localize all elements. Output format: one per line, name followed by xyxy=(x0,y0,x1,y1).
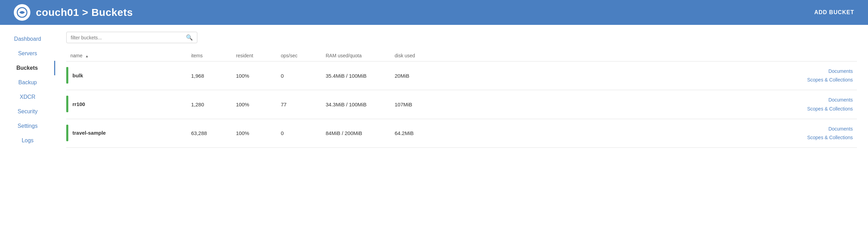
bucket-items: 1,280 xyxy=(187,90,232,119)
bucket-name-cell: travel-sample xyxy=(66,119,187,147)
sidebar-item-security[interactable]: Security xyxy=(0,104,55,119)
action-link[interactable]: Scopes & Collections xyxy=(450,76,853,84)
status-indicator xyxy=(66,67,68,84)
filter-bar: 🔍 xyxy=(66,32,857,43)
bucket-actions: DocumentsScopes & Collections xyxy=(446,90,857,119)
table-row: rr100 1,280 100% 77 34.3MiB / 100MiB 107… xyxy=(66,90,857,119)
action-link[interactable]: Documents xyxy=(450,67,853,76)
status-indicator xyxy=(66,96,68,112)
bucket-ram: 34.3MiB / 100MiB xyxy=(322,90,391,119)
bucket-resident: 100% xyxy=(232,119,277,147)
sidebar-item-logs[interactable]: Logs xyxy=(0,133,55,148)
sidebar-item-settings[interactable]: Settings xyxy=(0,119,55,133)
sidebar-item-xdcr[interactable]: XDCR xyxy=(0,90,55,104)
bucket-actions: DocumentsScopes & Collections xyxy=(446,119,857,147)
content-area: 🔍 name ▲ items resident ops/sec RAM used… xyxy=(55,25,868,230)
col-header-name[interactable]: name ▲ xyxy=(66,50,187,61)
search-icon[interactable]: 🔍 xyxy=(186,34,193,41)
sidebar: Dashboard Servers Buckets Backup XDCR Se… xyxy=(0,25,55,230)
bucket-disk: 64.2MiB xyxy=(391,119,446,147)
app-logo xyxy=(14,4,30,21)
bucket-ram: 84MiB / 200MiB xyxy=(322,119,391,147)
main-layout: Dashboard Servers Buckets Backup XDCR Se… xyxy=(0,25,868,230)
table-row: travel-sample 63,288 100% 0 84MiB / 200M… xyxy=(66,119,857,147)
page-title: couch01 > Buckets xyxy=(36,7,133,18)
bucket-ops: 0 xyxy=(277,61,322,90)
action-link[interactable]: Scopes & Collections xyxy=(450,105,853,113)
bucket-name: rr100 xyxy=(72,101,85,107)
bucket-disk: 20MiB xyxy=(391,61,446,90)
header: couch01 > Buckets ADD BUCKET xyxy=(0,0,868,25)
col-header-ram[interactable]: RAM used/quota xyxy=(322,50,391,61)
sidebar-item-backup[interactable]: Backup xyxy=(0,75,55,90)
sidebar-item-buckets[interactable]: Buckets xyxy=(0,61,55,75)
bucket-name-cell: rr100 xyxy=(66,90,187,118)
bucket-ram: 35.4MiB / 100MiB xyxy=(322,61,391,90)
action-link[interactable]: Scopes & Collections xyxy=(450,133,853,142)
bucket-name: travel-sample xyxy=(72,130,106,136)
sort-icon: ▲ xyxy=(85,54,89,58)
col-header-disk[interactable]: disk used xyxy=(391,50,446,61)
action-link[interactable]: Documents xyxy=(450,96,853,104)
bucket-items: 1,968 xyxy=(187,61,232,90)
status-indicator xyxy=(66,125,68,141)
bucket-name-cell: bulk xyxy=(66,61,187,89)
bucket-resident: 100% xyxy=(232,90,277,119)
buckets-table: name ▲ items resident ops/sec RAM used/q… xyxy=(66,50,857,148)
col-header-resident[interactable]: resident xyxy=(232,50,277,61)
bucket-ops: 77 xyxy=(277,90,322,119)
action-link[interactable]: Documents xyxy=(450,125,853,133)
bucket-items: 63,288 xyxy=(187,119,232,147)
bucket-resident: 100% xyxy=(232,61,277,90)
sidebar-item-servers[interactable]: Servers xyxy=(0,46,55,61)
filter-input-wrap: 🔍 xyxy=(66,32,197,43)
bucket-actions: DocumentsScopes & Collections xyxy=(446,61,857,90)
header-left: couch01 > Buckets xyxy=(14,4,133,21)
filter-input[interactable] xyxy=(71,35,186,40)
bucket-disk: 107MiB xyxy=(391,90,446,119)
bucket-name: bulk xyxy=(72,73,83,78)
bucket-ops: 0 xyxy=(277,119,322,147)
col-header-items[interactable]: items xyxy=(187,50,232,61)
add-bucket-button[interactable]: ADD BUCKET xyxy=(814,9,854,16)
table-row: bulk 1,968 100% 0 35.4MiB / 100MiB 20MiB… xyxy=(66,61,857,90)
col-header-ops[interactable]: ops/sec xyxy=(277,50,322,61)
sidebar-item-dashboard[interactable]: Dashboard xyxy=(0,32,55,46)
col-header-actions xyxy=(446,50,857,61)
